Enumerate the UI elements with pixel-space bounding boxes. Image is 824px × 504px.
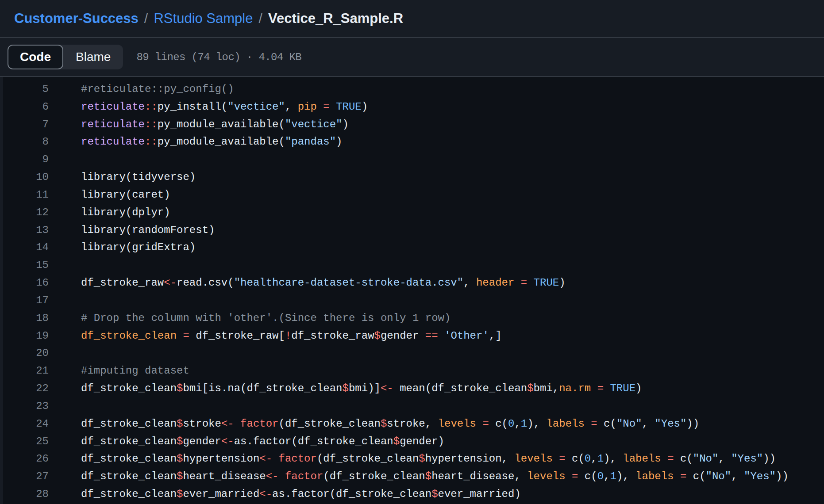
code-token-keyword: ::: [145, 136, 158, 148]
code-token-keyword: ==: [425, 330, 438, 342]
code-token-plain: )): [776, 470, 789, 482]
code-token-plain: [279, 470, 285, 482]
line-number[interactable]: 14: [0, 239, 49, 256]
code-token-comment: # Drop the column with 'other'.(Since th…: [81, 312, 451, 324]
code-token-const: TRUE: [534, 277, 559, 289]
code-token-plain: df_stroke_raw: [291, 330, 374, 342]
code-line: #imputing dataset: [49, 362, 189, 380]
code-token-plain: )): [686, 418, 699, 430]
code-row: 18# Drop the column with 'other'.(Since …: [0, 309, 824, 327]
line-number[interactable]: 13: [0, 221, 49, 239]
code-token-plain: [661, 453, 667, 465]
code-token-plain: ): [343, 118, 349, 130]
line-number[interactable]: 10: [0, 168, 49, 186]
code-row: 15: [0, 256, 824, 274]
code-token-plain: df_stroke_clean: [81, 382, 177, 394]
code-token-plain: c(: [686, 470, 705, 482]
code-line: [49, 292, 81, 309]
code-token-plain: ): [635, 382, 642, 394]
code-token-plain: [527, 277, 533, 289]
code-token-string: "Yes": [655, 418, 686, 430]
code-tab[interactable]: Code: [8, 45, 63, 69]
line-number[interactable]: 23: [0, 397, 49, 415]
line-number[interactable]: 22: [0, 380, 49, 397]
code-token-plain: ): [362, 101, 368, 113]
code-token-plain: [553, 453, 559, 465]
line-number[interactable]: 26: [0, 450, 49, 468]
code-line: library(dplyr): [49, 204, 170, 221]
code-token-plain: as.factor(df_stroke_clean: [234, 435, 393, 447]
breadcrumb-repo-link[interactable]: Customer-Success: [14, 11, 139, 27]
code-line: df_stroke_clean$gender<-as.factor(df_str…: [49, 433, 444, 451]
code-row: 27df_stroke_clean$heart_disease<- factor…: [0, 468, 824, 485]
code-token-string: "vectice": [285, 118, 343, 130]
code-token-plain: gender: [381, 330, 425, 342]
line-number[interactable]: 16: [0, 274, 49, 292]
code-token-plain: df_stroke_clean: [81, 453, 177, 465]
code-token-string: "No": [616, 418, 642, 430]
line-number[interactable]: 27: [0, 468, 49, 485]
code-token-plain: [674, 470, 680, 482]
line-number[interactable]: 25: [0, 433, 49, 451]
line-number[interactable]: 5: [0, 80, 49, 98]
line-number[interactable]: 6: [0, 98, 49, 116]
line-number[interactable]: 11: [0, 186, 49, 204]
code-token-keyword: =: [680, 470, 686, 482]
line-number[interactable]: 8: [0, 133, 49, 151]
code-token-keyword: <-: [381, 382, 393, 394]
code-token-const: 1: [597, 453, 604, 465]
code-token-keyword: $: [374, 330, 381, 342]
code-token-plain: ): [559, 277, 565, 289]
code-token-param: labels: [635, 470, 674, 482]
line-number[interactable]: 20: [0, 344, 49, 362]
code-token-keyword: $: [177, 488, 183, 500]
line-number[interactable]: 17: [0, 292, 49, 309]
line-number[interactable]: 19: [0, 327, 49, 345]
code-token-plain: [234, 418, 240, 430]
code-token-plain: library(caret): [81, 189, 170, 201]
code-token-plain: [438, 330, 444, 342]
code-token-plain: library(dplyr): [81, 206, 170, 218]
code-token-plain: [566, 470, 572, 482]
code-token-plain: gender: [183, 435, 221, 447]
file-toolbar: Code Blame 89 lines (74 loc) · 4.04 KB: [0, 38, 824, 77]
code-token-plain: py_module_available(: [158, 118, 285, 130]
code-token-keyword: $: [177, 470, 183, 482]
line-number[interactable]: 21: [0, 362, 49, 380]
code-token-plain: [514, 277, 520, 289]
code-line: df_stroke_clean = df_stroke_raw[!df_stro…: [49, 327, 502, 345]
code-row: 20: [0, 344, 824, 362]
code-token-keyword: factor: [240, 418, 278, 430]
code-token-string: "Yes": [744, 470, 776, 482]
code-token-plain: [585, 418, 591, 430]
line-number[interactable]: 7: [0, 116, 49, 134]
code-row: 25df_stroke_clean$gender<-as.factor(df_s…: [0, 433, 824, 451]
code-token-keyword: =: [572, 470, 578, 482]
code-token-keyword: <-: [221, 435, 234, 447]
breadcrumb-folder-link[interactable]: RStudio Sample: [154, 11, 253, 27]
blame-tab[interactable]: Blame: [63, 45, 123, 69]
line-number[interactable]: 15: [0, 256, 49, 274]
line-number[interactable]: 18: [0, 309, 49, 327]
code-token-plain: df_stroke_clean: [81, 488, 177, 500]
code-token-param: levels: [527, 470, 565, 482]
code-token-param: labels: [546, 418, 584, 430]
code-token-keyword: =: [591, 418, 597, 430]
line-number[interactable]: 9: [0, 151, 49, 168]
code-token-keyword: =: [559, 453, 565, 465]
breadcrumb: Customer-Success / RStudio Sample / Vect…: [0, 0, 824, 38]
line-number[interactable]: 28: [0, 485, 49, 503]
code-token-plain: ,: [463, 277, 476, 289]
line-number[interactable]: 24: [0, 415, 49, 433]
code-token-plain: df_stroke_clean: [81, 435, 177, 447]
code-token-keyword: =: [482, 418, 489, 430]
code-token-param: labels: [623, 453, 661, 465]
line-number[interactable]: 12: [0, 204, 49, 221]
code-token-keyword: <-: [259, 453, 272, 465]
code-token-string: "No": [706, 470, 732, 482]
code-token-param: levels: [438, 418, 476, 430]
code-token-const: TRUE: [610, 382, 635, 394]
code-row: 17: [0, 292, 824, 309]
code-token-plain: bmi[is.na(df_stroke_clean: [183, 382, 342, 394]
code-token-keyword: factor: [285, 470, 323, 482]
